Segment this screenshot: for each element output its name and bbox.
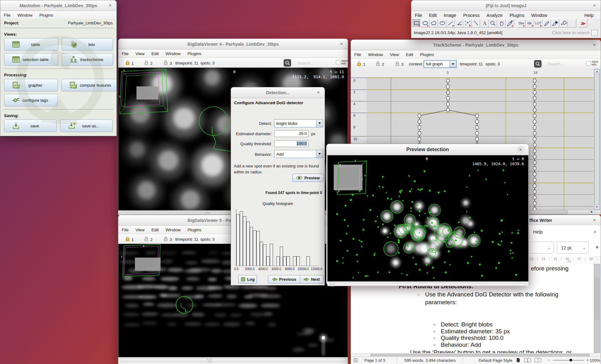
menu-plugins[interactable]: Plugins (36, 12, 57, 19)
menu-analyze[interactable]: Analyze (483, 12, 506, 19)
menu-window[interactable]: Window (162, 50, 184, 57)
close-icon[interactable]: × (592, 3, 597, 8)
word-count[interactable]: 595 words, 3,494 characters (404, 358, 456, 363)
text-tool[interactable]: A (480, 19, 489, 28)
menu-plugins[interactable]: Plugins (506, 12, 528, 19)
menu-plugins[interactable]: Plugins (184, 50, 205, 57)
starts-with-checkbox[interactable]: startswith (336, 59, 348, 65)
column-header[interactable]: 18 (533, 71, 537, 74)
dropper-tool[interactable] (506, 19, 514, 28)
angle-tool[interactable] (455, 19, 463, 28)
menu-file[interactable]: File (0, 12, 14, 19)
multi-page-view-icon[interactable] (524, 358, 532, 363)
lock-3[interactable]: 3 (163, 60, 172, 66)
blank-tool[interactable] (568, 19, 576, 28)
single-page-view-icon[interactable] (516, 358, 520, 363)
menu-edit[interactable]: Edit (148, 226, 162, 233)
vertical-scrollbar[interactable] (594, 264, 600, 353)
lock-2[interactable]: 2 (144, 236, 152, 243)
lock-1[interactable]: 1 (125, 236, 134, 243)
zoom-out-icon[interactable]: − (547, 358, 550, 362)
previous-button[interactable]: Previous (268, 275, 300, 284)
wand-tool[interactable] (472, 19, 480, 28)
search-input[interactable]: Search... (297, 61, 314, 65)
trackscheme-titlebar[interactable]: TrackScheme - Parhyale_LimbDev_30tps× (351, 40, 601, 50)
line-tool[interactable] (446, 19, 455, 28)
scroll-right-icon[interactable]: ▶ (591, 210, 593, 213)
fill-tool[interactable] (559, 19, 568, 28)
scrollbar-thumb[interactable] (594, 74, 599, 205)
dev-tool[interactable]: Dev (517, 19, 526, 28)
menu-file[interactable]: File (411, 12, 425, 19)
search-icon[interactable] (284, 59, 291, 67)
chevron-down-icon[interactable] (316, 120, 323, 127)
menu-help[interactable]: Help (581, 12, 597, 19)
vertical-scrollbar[interactable]: ▲ ▼ (594, 69, 600, 210)
menu-view[interactable]: View (132, 50, 148, 57)
lock-3[interactable]: 3 (395, 61, 403, 67)
zoom-slider[interactable] (553, 360, 584, 361)
menu-view[interactable]: View (387, 51, 403, 58)
menu-process[interactable]: Process (460, 12, 483, 19)
indent-marker-icon[interactable] (568, 259, 571, 262)
menu-file[interactable]: File (118, 50, 132, 57)
more-tool[interactable]: ≫ (579, 19, 587, 28)
polygon-tool[interactable] (429, 19, 438, 28)
book-view-icon[interactable] (534, 358, 542, 363)
diameter-input[interactable]: 35.0 (274, 130, 309, 137)
imagej-titlebar[interactable]: (Fiji Is Just) ImageJ× (411, 0, 601, 11)
lock-3[interactable]: 3 (163, 236, 172, 243)
menu-edit[interactable]: Edit (403, 51, 417, 58)
context-dropdown[interactable]: full graph (424, 60, 457, 68)
menu-help[interactable]: Help (533, 229, 543, 234)
starts-with-checkbox[interactable]: startswith (586, 60, 598, 66)
behavior-dropdown[interactable]: Add (274, 150, 323, 158)
page-count[interactable]: Page 1 of 3 (364, 358, 385, 363)
pencil-tool[interactable] (542, 19, 551, 28)
preview-button[interactable]: Preview (292, 174, 324, 182)
close-icon[interactable]: × (316, 90, 321, 95)
menu-window[interactable]: Window (528, 12, 551, 19)
log-button[interactable]: Log (238, 275, 257, 284)
detect-dropdown[interactable]: bright blobs (274, 119, 323, 127)
chevron-down-icon[interactable] (449, 61, 456, 67)
column-header[interactable]: 0 (447, 71, 449, 74)
close-icon[interactable]: × (107, 3, 113, 8)
freehand-tool[interactable] (438, 19, 446, 28)
menu-edit[interactable]: Edit (148, 50, 162, 57)
menu-window[interactable]: Window (162, 226, 184, 233)
menu-window[interactable]: Window (14, 12, 36, 19)
hand-tool[interactable] (497, 19, 506, 28)
preview-time-slider[interactable] (327, 281, 528, 286)
menu-image[interactable]: Image (440, 12, 460, 19)
imagej-search-box[interactable] (591, 30, 598, 36)
point-tool[interactable] (463, 19, 472, 28)
scroll-down-icon[interactable]: ▼ (594, 205, 600, 210)
bdv5-time-slider[interactable] (118, 357, 348, 362)
oval-tool[interactable] (421, 19, 429, 28)
menu-edit[interactable]: Edit (425, 12, 440, 19)
brush-tool[interactable] (551, 19, 559, 28)
menu-window[interactable]: Window (365, 51, 387, 58)
scrollbar-thumb[interactable] (594, 278, 599, 319)
document-close-icon[interactable]: × (593, 229, 596, 234)
lock-2[interactable]: 2 (375, 61, 384, 67)
search-input[interactable]: Search... (547, 62, 564, 66)
lock-1[interactable]: 1 (357, 61, 365, 67)
stk-tool[interactable]: Stk (526, 19, 534, 28)
zoom-tool[interactable] (489, 19, 497, 28)
save-status-icon[interactable] (353, 358, 358, 363)
close-icon[interactable]: × (592, 42, 597, 48)
next-button[interactable]: Next (300, 275, 324, 284)
scroll-up-icon[interactable]: ▲ (594, 69, 600, 74)
menu-file[interactable]: File (118, 226, 132, 233)
imagej-search-input[interactable]: Click here to search (552, 30, 589, 35)
preview-titlebar[interactable]: Preview detection× (326, 144, 529, 156)
bdv4-titlebar[interactable]: BigDataViewer 4 - Parhyale_LimbDev_30tps… (118, 39, 348, 49)
zoom-slider-thumb[interactable] (569, 359, 572, 361)
page-style[interactable]: Default Page Style (479, 358, 512, 363)
lock-1[interactable]: 1 (125, 60, 134, 66)
menu-plugins[interactable]: Plugins (184, 226, 205, 233)
close-icon[interactable]: × (517, 146, 524, 153)
close-icon[interactable]: × (592, 217, 597, 223)
